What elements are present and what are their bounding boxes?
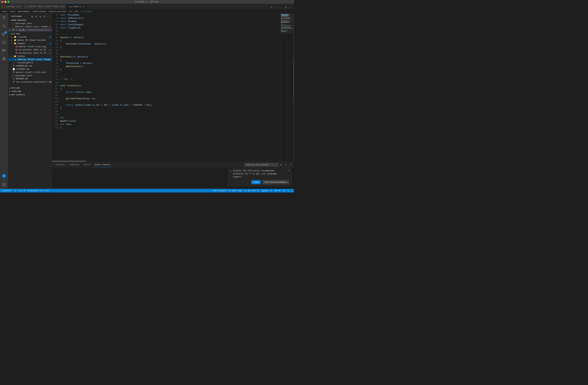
activity-extensions[interactable] [0,47,8,55]
panel-tab-debug-console[interactable]: DEBUG CONSOLE [93,162,113,168]
status-spaces[interactable]: Spaces: 2 [260,189,273,193]
new-file-icon[interactable]: ⊕ [30,15,34,18]
tree-vscode[interactable]: ▶ 📁 .vscode [8,35,52,39]
scrollbar-thumb[interactable] [52,161,86,162]
tree-vscodeignore[interactable]: ◻ .vscodeignore [8,61,52,64]
notification-close-icon[interactable]: × [287,169,289,172]
tab-master-chief-color-theme[interactable]: { } Master-Chief-color-theme.json [23,3,66,9]
open-file-package-json[interactable]: { } package.json [8,22,52,25]
tree-screenshot-2[interactable]: 🖼 Screenshot 2021‑12-07 at 19... U [8,51,52,55]
open-editors-section[interactable]: ▾ Open Editors [8,19,52,22]
activity-search[interactable] [0,22,8,30]
c-icon: C [16,29,19,31]
tab-actions: ⊟ ← → ⊞ ··· [268,5,294,9]
activity-files[interactable] [0,14,8,22]
status-left: ⎇ master* ↻ ✕ 0 ⚠ 0 Extension (117-vsc) [0,189,50,193]
minimap-scrollbar-thumb[interactable] [294,58,294,102]
status-extension[interactable]: Extension (117-vsc) [26,189,50,193]
close-icon[interactable]: × [82,5,85,8]
collapse-all-icon[interactable]: ⊟ [43,15,46,18]
breadcrumb-development[interactable]: Development [18,11,30,13]
breadcrumb-sim[interactable]: sim [75,11,78,13]
panel-filter-input[interactable] [245,163,278,166]
maximize-button[interactable] [7,1,9,3]
status-errors[interactable]: ✕ 0 ⚠ 0 [17,189,26,193]
open-file-w-stubs-c[interactable]: × C w_stubs.c ~/Development/SimCityC... [8,28,52,32]
status-line-ending[interactable]: LF [281,189,286,193]
status-branch[interactable]: ⎇ master* [0,189,13,193]
close-icon[interactable]: × [12,29,15,31]
activity-avatar[interactable]: J [0,172,8,180]
more-actions-icon[interactable]: ··· [289,5,293,9]
more-actions-icon[interactable]: ··· [47,15,50,18]
breadcrumb-src[interactable]: src [69,11,72,13]
line-ending-label: LF [283,190,285,192]
breadcrumb-users[interactable]: Users [2,11,7,13]
activity-settings[interactable] [0,181,8,189]
md-icon: M [12,65,15,67]
tree-package-json[interactable]: { } package.json [8,74,52,77]
minimize-button[interactable] [4,1,6,3]
tree-adobe-xd[interactable]: ▶ 📁 Adobe XD theme builder [8,39,52,42]
horizontal-scrollbar[interactable] [52,160,280,162]
panel-close-icon[interactable]: × [289,163,293,167]
breadcrumb-simcityclone[interactable]: SimCityClone [33,11,46,13]
status-position[interactable]: Ln 26, Col 73 [243,189,260,193]
status-language[interactable]: C [286,189,290,193]
tree-vsix[interactable]: ⬛ master‑chief-1.0.0.vsix [8,71,52,74]
split-editor-icon[interactable]: ⊟ [270,5,274,9]
breadcrumb-simcity-activity[interactable]: simcity-activity [48,11,66,13]
activity-source-control[interactable]: 1 [0,30,8,39]
code-content[interactable]: 78 79 80 81 82 83 84 85 86 87 88 89 90 9… [52,13,280,160]
svg-rect-8 [2,51,3,51]
code-line-104: gettimeofday(&time, 0); [60,97,270,100]
panel-tab-output[interactable]: OUTPUT [81,162,93,168]
tree-master-chief-theme-file[interactable]: { } Master-Chief-color-theme.json [8,58,52,61]
install-button[interactable]: Install [251,180,261,184]
open-file-master-chief-theme[interactable]: { } Master-Chief-color-theme.json th... [8,25,52,28]
chevron-down-icon: ▾ [11,55,14,57]
panel-tab-terminal[interactable]: TERMINAL [54,162,67,168]
show-recommendations-button[interactable]: Show Recommendations [262,180,289,184]
activity-browser[interactable] [0,55,8,63]
tree-changelog[interactable]: M CHANGELOG.md [8,64,52,68]
tree-readme[interactable]: M README.md [8,77,52,81]
notification-buttons: Install Show Recommendations [231,180,289,184]
navigate-forward-icon[interactable]: → [279,5,283,9]
status-bar: ⎇ master* ↻ ✕ 0 ⚠ 0 Extension (117-vsc) … [0,189,294,193]
tree-screenshot-1[interactable]: 🖼 Screenshot 2021‑12-07 at 19... U [8,48,52,51]
minimap-slider[interactable] [281,13,294,34]
tab-package-json[interactable]: { } package.json [0,3,23,9]
outline-section[interactable]: ▶ OUTLINE [8,86,52,90]
code-lines[interactable]: char *CityName; short NoDisasters; short… [60,13,280,160]
status-author[interactable]: John Gilmore, 14 years ago [211,189,243,193]
status-encoding[interactable]: UTF-8 [273,189,281,193]
status-feedback[interactable]: ☺ [290,189,294,193]
panel-maximize-icon[interactable]: ∧ [284,163,288,167]
tree-quickstart[interactable]: M vsc‑extension-quickstart.md [8,81,52,84]
code-editor[interactable]: 78 79 80 81 82 83 84 85 86 87 88 89 90 9… [52,13,280,162]
tree-master-chief-icon[interactable]: 🖼 master‑chief-icon.png [8,45,52,48]
timeline-section[interactable]: ▶ TIMELINE [8,90,52,93]
code-line-91: SetFunds(int dollars) [60,55,270,59]
panel-content[interactable]: › ℹ Install the officially recommended e… [52,168,294,189]
filter-options-icon[interactable]: ⊟ [279,163,283,167]
close-button[interactable] [1,1,3,3]
md-icon: 📄 [12,68,15,70]
breadcrumb-file[interactable]: C w_stubs.c [81,11,93,13]
breadcrumb-jonno[interactable]: jonno [10,11,15,13]
tab-w-stubs-c[interactable]: C w_stubs.c × [66,3,87,9]
panel-tab-problems[interactable]: PROBLEMS [67,162,81,168]
new-folder-icon[interactable]: ⊞ [35,15,38,18]
root-section[interactable]: ▾ 117-VSC [8,32,52,35]
untracked-badge: U [50,49,51,51]
status-sync[interactable]: ↻ [13,189,17,193]
open-changes-icon[interactable]: ⊞ [284,5,288,9]
activity-run-debug[interactable] [0,39,8,47]
npm-scripts-section[interactable]: ▶ NPM SCRIPTS [8,93,52,97]
tree-images[interactable]: ▾ 📂 images [8,42,52,45]
navigate-back-icon[interactable]: ← [274,5,278,9]
tree-themes[interactable]: ▾ 📂 themes [8,55,52,58]
tree-license[interactable]: 📄 LICENSE.md [8,68,52,71]
refresh-icon[interactable]: ↺ [39,15,42,18]
